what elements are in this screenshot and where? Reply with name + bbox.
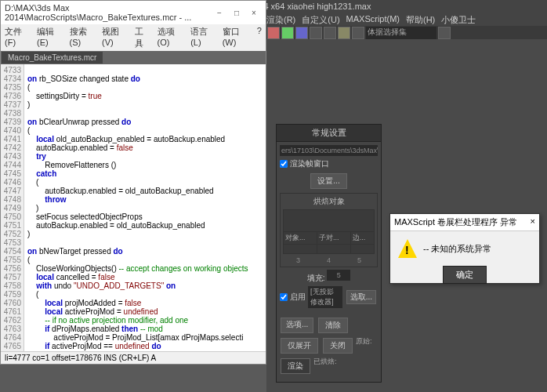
menu-window[interactable]: 窗口(W): [223, 26, 249, 49]
selection-set-dropdown[interactable]: 体据选择集: [366, 27, 437, 39]
output-path[interactable]: ers\17103\Documents\3dsMax\sceneass: [280, 145, 378, 156]
settings-button[interactable]: 设置...: [310, 173, 346, 189]
pick-button[interactable]: 选取...: [346, 290, 376, 304]
col-subobj[interactable]: 子对...: [317, 232, 350, 245]
clear-button[interactable]: 清除: [318, 318, 348, 333]
menu-render[interactable]: 渲染(R): [266, 14, 295, 26]
max-toolbar: 体据选择集: [266, 26, 547, 40]
menu-language[interactable]: 语言(L): [190, 26, 215, 49]
bake-objects-table[interactable]: 对象... 子对... 边...: [283, 209, 375, 254]
code-text[interactable]: on rb_SOSize changed state do ( settings…: [24, 64, 266, 351]
menu-plugin[interactable]: 小傻卫士: [441, 14, 476, 26]
projection-dropdown[interactable]: [无投影修改器]: [308, 286, 342, 308]
editor-statusbar: li=4777 co=1 offset=178676 INS (CR+LF) A: [1, 351, 266, 364]
menu-customize[interactable]: 自定义(U): [302, 14, 339, 26]
baked-label: 已烘焙:: [313, 357, 337, 376]
rtt-section-title[interactable]: 常规设置: [277, 125, 381, 142]
toolbar-icon[interactable]: [338, 27, 350, 39]
code-area[interactable]: 4733 4734 4735 4736 4737 4738 4739 4740 …: [1, 64, 266, 351]
options-button[interactable]: 选项...: [281, 318, 313, 333]
menu-options[interactable]: 选项(O): [158, 26, 183, 49]
line-gutter: 4733 4734 4735 4736 4737 4738 4739 4740 …: [1, 64, 24, 351]
rtt-dialog: 常规设置 ers\17103\Documents\3dsMax\sceneass…: [276, 124, 382, 383]
file-tab[interactable]: Macro_BakeTextures.mcr: [2, 52, 103, 64]
editor-titlebar[interactable]: D:\MAX\3ds Max 2014\MacroScripts\Macro_B…: [1, 1, 266, 24]
toolbar-icon[interactable]: [324, 27, 336, 39]
editor-menubar: 文件(F) 编辑(E) 搜索(S) 视图(V) 工具 选项(O) 语言(L) 窗…: [1, 24, 266, 51]
num-label: 3: [296, 256, 300, 264]
enable-check[interactable]: [280, 293, 288, 301]
bake-objects-title: 烘焙对象: [283, 196, 375, 207]
editor-tabbar: Macro_BakeTextures.mcr: [1, 51, 266, 64]
minimize-icon[interactable]: −: [212, 7, 227, 18]
maximize-icon[interactable]: □: [229, 7, 245, 18]
toolbar-icon[interactable]: [352, 27, 364, 39]
original-label: 原始:: [356, 336, 372, 355]
render-frame-window-label: 渲染帧窗口: [290, 158, 329, 169]
fill-label: 填充:: [307, 274, 325, 282]
error-message: -- 未知的系统异常: [423, 243, 491, 255]
toolbar-icon[interactable]: [281, 27, 294, 39]
ok-button[interactable]: 确定: [443, 266, 487, 284]
toolbar-icon[interactable]: [295, 27, 308, 39]
menu-tools[interactable]: 工具: [135, 26, 150, 49]
menu-file[interactable]: 文件(F): [5, 26, 29, 49]
enable-label: 启用: [290, 292, 306, 303]
col-object[interactable]: 对象...: [284, 232, 317, 245]
fill-spinner[interactable]: 5: [327, 270, 350, 281]
render-frame-window-check[interactable]: [280, 160, 288, 168]
menu-maxscript[interactable]: MAXScript(M): [346, 14, 400, 26]
unwrap-only-button[interactable]: 仅展开: [281, 338, 318, 354]
num-label: 5: [357, 256, 361, 264]
menu-edit[interactable]: 编辑(E): [37, 26, 62, 49]
close-icon[interactable]: ×: [531, 216, 535, 228]
menu-help[interactable]: ?: [257, 26, 262, 49]
rtt-footer: 选项... 清除 仅展开 关闭 原始: 渲染 已烘焙:: [277, 314, 381, 378]
menu-view[interactable]: 视图(V): [102, 26, 127, 49]
error-titlebar[interactable]: MAXScript 卷展栏处理程序 异常 ×: [390, 214, 539, 231]
error-dialog: MAXScript 卷展栏处理程序 异常 × -- 未知的系统异常 确定: [389, 213, 540, 284]
toolbar-icon[interactable]: [438, 27, 451, 39]
toolbar-icon[interactable]: [267, 27, 280, 39]
menu-search[interactable]: 搜索(S): [70, 26, 95, 49]
warning-icon: [398, 239, 417, 258]
col-edge[interactable]: 边...: [350, 232, 374, 245]
editor-title-text: D:\MAX\3ds Max 2014\MacroScripts\Macro_B…: [5, 3, 212, 22]
toolbar-icon[interactable]: [310, 27, 322, 39]
close-button[interactable]: 关闭: [323, 338, 353, 354]
close-icon[interactable]: ×: [246, 7, 262, 18]
script-editor-window: D:\MAX\3ds Max 2014\MacroScripts\Macro_B…: [0, 0, 266, 365]
menu-help[interactable]: 帮助(H): [406, 14, 435, 26]
num-label: 4: [327, 256, 331, 264]
render-radio[interactable]: 渲染: [281, 358, 310, 374]
error-title-text: MAXScript 卷展栏处理程序 异常: [394, 216, 517, 228]
max-menubar: 渲染(R) 自定义(U) MAXScript(M) 帮助(H) 小傻卫士: [266, 14, 547, 26]
